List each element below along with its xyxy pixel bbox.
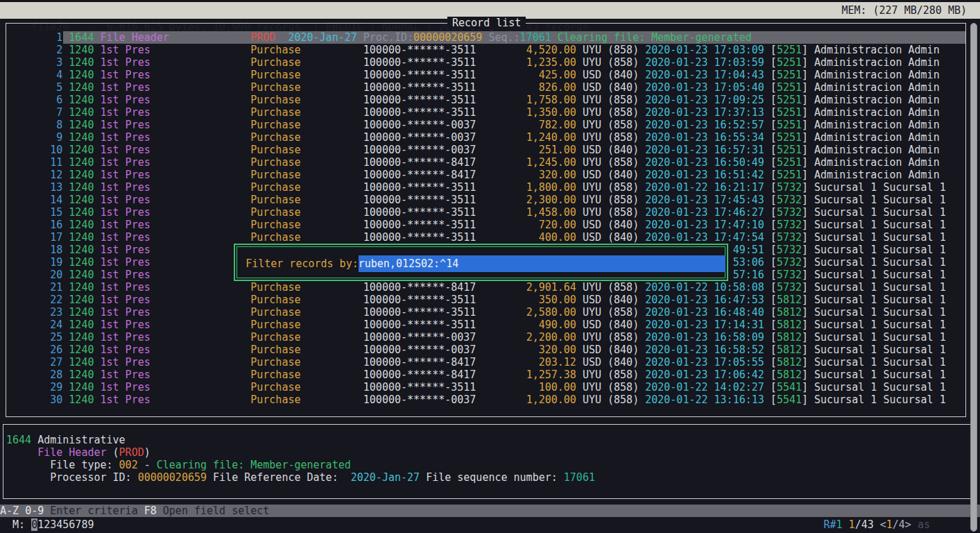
record-row[interactable]: 13 1240 1st Pres Purchase 100000-******-… bbox=[0, 181, 946, 194]
record-row[interactable]: 22 1240 1st Pres Purchase 100000-******-… bbox=[0, 294, 946, 306]
datetime: 2020-01-22 13:16:13 bbox=[645, 394, 764, 406]
datetime: 2020-01-23 16:55:34 bbox=[645, 131, 764, 144]
branch-code: 5732 bbox=[777, 206, 802, 219]
transaction-type: Purchase bbox=[250, 394, 300, 406]
branch-bracket: ] bbox=[802, 256, 808, 269]
record-row[interactable]: 28 1240 1st Pres Purchase 100000-******-… bbox=[0, 369, 946, 381]
record-type: 1240 bbox=[69, 119, 94, 131]
filter-input[interactable]: ruben,012S02:^14 bbox=[359, 255, 725, 272]
record-row[interactable]: 30 1240 1st Pres Purchase 100000-******-… bbox=[0, 394, 946, 406]
transaction-type: Purchase bbox=[250, 319, 300, 331]
branch-code: 5732 bbox=[777, 269, 802, 281]
record-row[interactable]: 24 1240 1st Pres Purchase 100000-******-… bbox=[0, 319, 946, 331]
record-number: 26 bbox=[50, 344, 62, 356]
record-row[interactable]: 2 1240 1st Pres Purchase 100000-******-3… bbox=[0, 44, 940, 56]
record-desc: 1st Pres bbox=[101, 94, 151, 106]
record-row[interactable]: 26 1240 1st Pres Purchase 100000-******-… bbox=[0, 344, 946, 356]
branch-bracket: ] bbox=[802, 219, 808, 231]
record-row[interactable]: 16 1240 1st Pres Purchase 100000-******-… bbox=[0, 219, 946, 231]
amount: 400.00 bbox=[539, 231, 576, 244]
branch-bracket: [ bbox=[771, 131, 777, 144]
currency: UYU (858) bbox=[583, 44, 639, 56]
merchant-name: Sucursal 1 Sucursal 1 bbox=[814, 256, 946, 269]
transaction-type: Purchase bbox=[250, 281, 300, 294]
amount: 2,200.00 bbox=[526, 331, 576, 344]
record-row[interactable]: 15 1240 1st Pres Purchase 100000-******-… bbox=[0, 206, 946, 219]
record-row[interactable]: 3 1240 1st Pres Purchase 100000-******-3… bbox=[0, 56, 940, 69]
record-row[interactable]: 25 1240 1st Pres Purchase 100000-******-… bbox=[0, 331, 946, 344]
amount: 320.00 bbox=[539, 169, 576, 181]
datetime: 2020-01-23 17:05:40 bbox=[645, 81, 764, 94]
branch-bracket: ] bbox=[802, 269, 808, 281]
branch-bracket: ] bbox=[802, 106, 808, 119]
amount: 1,240.00 bbox=[526, 131, 576, 144]
datetime: 2020-01-23 16:58:09 bbox=[645, 331, 764, 344]
datetime: 2020-01-22 16:21:17 bbox=[645, 181, 764, 194]
record-row[interactable]: 5 1240 1st Pres Purchase 100000-******-3… bbox=[0, 81, 940, 94]
branch-bracket: [ bbox=[771, 269, 777, 281]
card-number: 100000-******-3511 bbox=[363, 56, 476, 69]
record-number: 27 bbox=[50, 356, 62, 369]
record-number: 16 bbox=[50, 219, 62, 231]
record-row[interactable]: 14 1240 1st Pres Purchase 100000-******-… bbox=[0, 194, 946, 206]
datetime: 2020-01-23 16:51:42 bbox=[645, 169, 764, 181]
filter-dialog: Filter records by: ruben,012S02:^14 bbox=[234, 244, 728, 281]
detail-env: PROD bbox=[119, 446, 144, 459]
record-row[interactable]: 9 1240 1st Pres Purchase 100000-******-0… bbox=[0, 131, 940, 144]
status-bar: M: 0123456789 R#1 1/43 <1/4> as bbox=[0, 518, 980, 531]
amount: 490.00 bbox=[539, 319, 576, 331]
record-row[interactable]: 12 1240 1st Pres Purchase 100000-******-… bbox=[0, 169, 940, 181]
branch-code: 5812 bbox=[777, 369, 802, 381]
merchant-name: Sucursal 1 Sucursal 1 bbox=[814, 356, 946, 369]
record-row[interactable]: 27 1240 1st Pres Purchase 100000-******-… bbox=[0, 356, 946, 369]
detail-file-type-desc: Clearing file: Member-generated bbox=[157, 459, 351, 471]
record-row[interactable]: 7 1240 1st Pres Purchase 100000-******-3… bbox=[0, 106, 940, 119]
record-row[interactable]: 4 1240 1st Pres Purchase 100000-******-3… bbox=[0, 69, 940, 81]
branch-code: 5812 bbox=[777, 356, 802, 369]
branch-bracket: [ bbox=[771, 69, 777, 81]
record-number: 11 bbox=[50, 156, 62, 169]
record-desc: 1st Pres bbox=[101, 181, 151, 194]
record-row[interactable]: 17 1240 1st Pres Purchase 100000-******-… bbox=[0, 231, 946, 244]
record-number: 9 bbox=[56, 131, 62, 144]
branch-code: 5812 bbox=[777, 319, 802, 331]
currency: UYU (858) bbox=[583, 281, 639, 294]
record-row[interactable]: 29 1240 1st Pres Purchase 100000-******-… bbox=[0, 381, 946, 394]
card-number: 100000-******-3511 bbox=[363, 206, 476, 219]
terminal-screen: file20 -- 6,616,625 bytes, 10,990 record… bbox=[0, 0, 980, 533]
datetime: 2020-01-23 17:37:13 bbox=[645, 106, 764, 119]
record-row[interactable]: 6 1240 1st Pres Purchase 100000-******-3… bbox=[0, 94, 940, 106]
currency: UYU (858) bbox=[583, 119, 639, 131]
card-number: 100000-******-3511 bbox=[363, 319, 476, 331]
record-row[interactable]: 8 1240 1st Pres Purchase 100000-******-0… bbox=[0, 119, 940, 131]
branch-code: 5812 bbox=[777, 306, 802, 319]
transaction-type: Purchase bbox=[250, 381, 300, 394]
datetime: 2020-01-23 16:50:49 bbox=[645, 156, 764, 169]
record-row[interactable]: 11 1240 1st Pres Purchase 100000-******-… bbox=[0, 156, 940, 169]
branch-code: 5251 bbox=[777, 106, 802, 119]
record-number: 17 bbox=[50, 231, 62, 244]
card-number: 100000-******-3511 bbox=[363, 294, 476, 306]
card-number: 100000-******-0037 bbox=[363, 394, 476, 406]
branch-bracket: [ bbox=[771, 181, 777, 194]
branch-bracket: ] bbox=[802, 381, 808, 394]
transaction-type: Purchase bbox=[250, 344, 300, 356]
datetime: 2020-01-23 17:04:43 bbox=[645, 69, 764, 81]
merchant-name: Administracion Admin bbox=[814, 94, 940, 106]
scrollbar[interactable] bbox=[970, 23, 977, 532]
branch-bracket: [ bbox=[771, 294, 777, 306]
record-row[interactable]: 23 1240 1st Pres Purchase 100000-******-… bbox=[0, 306, 946, 319]
datetime: 2020-01-22 10:58:08 bbox=[645, 281, 764, 294]
branch-bracket: [ bbox=[771, 206, 777, 219]
datetime: 2020-01-22 14:02:27 bbox=[645, 381, 764, 394]
merchant-name: Administracion Admin bbox=[814, 56, 940, 69]
record-row[interactable]: 10 1240 1st Pres Purchase 100000-******-… bbox=[0, 144, 940, 156]
merchant-name: Sucursal 1 Sucursal 1 bbox=[814, 281, 946, 294]
datetime: 2020-01-23 16:57:31 bbox=[645, 144, 764, 156]
branch-code: 5251 bbox=[777, 69, 802, 81]
record-row-header[interactable]: 1 1644 File Header PROD 2020-Jan-27 Proc… bbox=[0, 31, 752, 44]
card-number: 100000-******-0037 bbox=[363, 131, 476, 144]
record-row[interactable]: 21 1240 1st Pres Purchase 100000-******-… bbox=[0, 281, 946, 294]
transaction-type: Purchase bbox=[250, 144, 300, 156]
branch-bracket: ] bbox=[802, 344, 808, 356]
